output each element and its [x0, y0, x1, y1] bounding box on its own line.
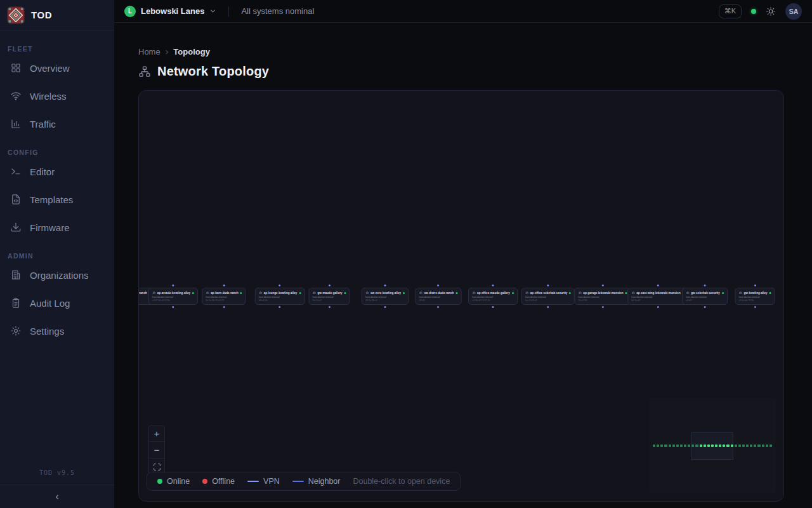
user-avatar[interactable]: SA: [785, 3, 802, 20]
download-icon: [10, 222, 22, 233]
minimap-node-dash: [691, 444, 694, 447]
handle-bottom-icon: [602, 306, 604, 308]
minimap-node-dash: [757, 444, 760, 447]
minimap-node-dash: [719, 444, 721, 447]
legend-neighbor: Neighbor: [292, 477, 341, 486]
device-node[interactable]: ap-lounge-bowling-alley host.docker.inte…: [255, 288, 305, 305]
neighbor-line-icon: [292, 481, 304, 483]
device-status-dot: [569, 292, 571, 294]
minimap-node-dash: [766, 444, 768, 447]
device-icon: [578, 291, 582, 295]
device-node[interactable]: ap-barn-dude-ranch host.docker.internal …: [202, 288, 246, 305]
sidebar-item-overview[interactable]: Overview: [0, 54, 114, 82]
sidebar-item-audit-log[interactable]: Audit Log: [0, 289, 114, 317]
system-status-text: All systems nominal: [241, 6, 314, 16]
sidebar-item-label: Firmware: [30, 222, 70, 233]
device-mac: 08:9a:2b:c4: [365, 299, 405, 302]
sidebar-item-organizations[interactable]: Organizations: [0, 261, 114, 289]
zoom-in-button[interactable]: +: [149, 425, 164, 442]
handle-bottom-icon: [384, 306, 386, 308]
device-node[interactable]: sw-distro-dude-ranch host.docker.interna…: [416, 288, 462, 305]
device-host: host.docker.internal: [738, 296, 771, 299]
device-mac: 0a:c5:b3:a2: [525, 299, 571, 302]
minimap-node-dash: [657, 444, 659, 447]
minimap-node-dash: [700, 444, 702, 447]
handle-top-icon: [438, 284, 440, 286]
sidebar-item-editor[interactable]: Editor: [0, 157, 114, 185]
device-host: host.docker.internal: [206, 296, 242, 299]
file-icon: [10, 194, 22, 205]
offline-dot-icon: [202, 479, 207, 484]
device-label: ap-arcade-bowling-alley: [157, 291, 190, 295]
device-icon: [419, 291, 423, 295]
breadcrumb: Home › Topology: [138, 46, 210, 57]
device-node[interactable]: ap-office-maude-gallery host.docker.inte…: [468, 288, 518, 305]
legend-online: Online: [157, 477, 190, 486]
device-icon: [525, 291, 529, 295]
sidebar-item-label: Settings: [30, 326, 64, 337]
sidebar-section-fleet: FLEET: [0, 34, 114, 54]
device-node[interactable]: ap-garage-lebowski-mansion host.docker.i…: [574, 288, 631, 305]
zoom-out-button[interactable]: −: [149, 442, 164, 458]
chevron-left-icon: ‹: [55, 490, 59, 503]
device-mac: a3:d3: [686, 299, 724, 302]
command-palette-shortcut[interactable]: ⌘K: [719, 4, 742, 18]
device-mac: b8:a2:4e: [259, 299, 301, 302]
device-node[interactable]: ap-east-wing-lebowski-mansion host.docke…: [627, 288, 688, 305]
handle-bottom-icon: [547, 306, 549, 308]
online-dot-icon: [157, 479, 162, 484]
sidebar-item-templates[interactable]: Templates: [0, 185, 114, 213]
sidebar-item-firmware[interactable]: Firmware: [0, 213, 114, 241]
sidebar-item-label: Templates: [30, 194, 73, 205]
device-host: host.docker.internal: [686, 296, 724, 299]
legend-online-label: Online: [167, 477, 190, 486]
handle-top-icon: [657, 284, 659, 286]
grid-icon: [10, 62, 22, 74]
device-node[interactable]: ap-arcade-bowling-alley host.docker.inte…: [148, 288, 198, 305]
sidebar-item-label: Overview: [30, 63, 70, 74]
handle-top-icon: [329, 284, 331, 286]
sidebar-item-settings[interactable]: Settings: [0, 317, 114, 345]
sidebar-item-wireless[interactable]: Wireless: [0, 82, 114, 110]
device-label: sw-core-bowling-alley: [370, 291, 401, 295]
minimap-node-dash: [672, 444, 675, 447]
device-node[interactable]: gw-sobchak-security host.docker.internal…: [682, 288, 728, 305]
device-status-dot: [344, 292, 346, 294]
page-title: Network Topology: [157, 64, 269, 79]
handle-top-icon: [278, 284, 280, 286]
breadcrumb-home-link[interactable]: Home: [138, 47, 160, 57]
device-mac: b0:7a:d2: [631, 299, 684, 302]
org-switcher[interactable]: L Lebowski Lanes: [124, 6, 216, 17]
app-name: TOD: [31, 10, 52, 20]
topbar: L Lebowski Lanes All systems nominal ⌘K …: [114, 0, 812, 23]
breadcrumb-current: Topology: [173, 47, 210, 57]
connection-status-dot: [751, 9, 756, 14]
device-node[interactable]: gw-bowling-alley host.docker.internal c0…: [735, 288, 775, 305]
handle-top-icon: [602, 284, 604, 286]
handle-bottom-icon: [704, 306, 705, 308]
minimap-node-dash: [762, 444, 764, 447]
theme-toggle-sun-icon[interactable]: [766, 6, 776, 17]
device-status-dot: [240, 292, 242, 294]
minimap-node-dash: [750, 444, 752, 447]
device-status-dot: [769, 292, 771, 294]
device-icon: [738, 291, 742, 295]
clipboard-icon: [10, 297, 22, 309]
device-host: host.docker.internal: [365, 296, 405, 299]
device-host: host.docker.internal: [259, 296, 301, 299]
device-status-dot: [299, 292, 301, 294]
device-node[interactable]: sw-core-bowling-alley host.docker.intern…: [362, 288, 409, 305]
device-node[interactable]: ap-office-sobchak-security host.docker.i…: [521, 288, 575, 305]
app-version: TOD v9.5: [0, 464, 114, 485]
bar-chart-icon: [10, 118, 22, 130]
device-icon: [152, 291, 156, 295]
device-node[interactable]: gw-maude-gallery host.docker.internal 9e…: [308, 288, 350, 305]
handle-bottom-icon: [438, 306, 440, 308]
minimap[interactable]: [649, 398, 776, 493]
sidebar-collapse-button[interactable]: ‹: [0, 485, 114, 508]
canvas-zoom-controls: + −: [148, 425, 165, 476]
minimap-node-dash: [688, 444, 690, 447]
sidebar-item-traffic[interactable]: Traffic: [0, 110, 114, 138]
minimap-node-dash: [742, 444, 745, 447]
topology-canvas[interactable]: sw-access-dude-ranch host.docker.interna…: [138, 90, 784, 502]
